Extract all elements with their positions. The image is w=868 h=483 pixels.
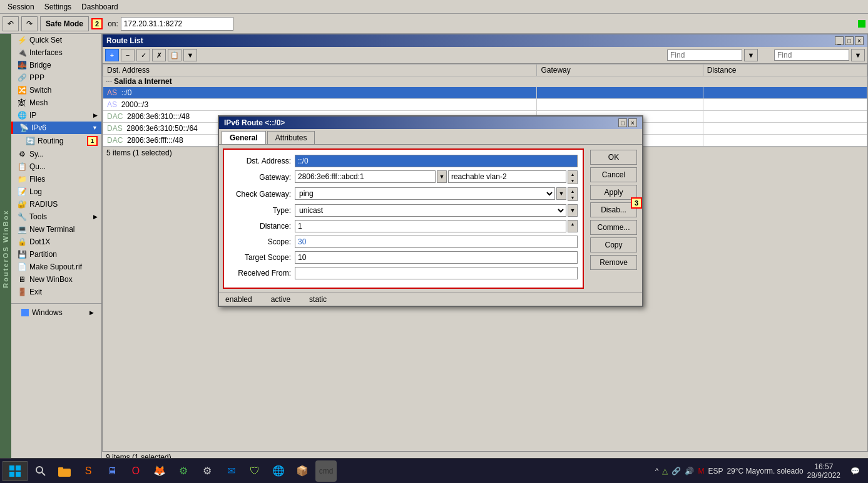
sublime-taskbar-btn[interactable]: S — [78, 460, 99, 482]
forward-btn[interactable]: ↷ — [21, 16, 38, 31]
route-list-maximize[interactable]: □ — [845, 36, 854, 45]
safe-mode-btn[interactable]: Safe Mode — [40, 16, 89, 31]
table-row[interactable]: AS 2000::/3 — [103, 99, 867, 111]
explorer-taskbar-btn[interactable] — [54, 460, 75, 482]
find-dropdown[interactable]: ▼ — [744, 49, 758, 61]
remove-route-btn[interactable]: − — [121, 49, 135, 61]
sidebar-item-ip[interactable]: 🌐 IP ▶ — [11, 109, 101, 122]
sidebar-item-routing[interactable]: 🔄 Routing 1 — [11, 134, 101, 148]
check-gateway-spinner[interactable]: ▲ ▼ — [568, 187, 578, 201]
sidebar-item-dot1x[interactable]: 🔒 Dot1X — [11, 236, 101, 248]
start-button[interactable] — [3, 461, 28, 481]
tab-general[interactable]: General — [222, 131, 266, 144]
chrome2-taskbar-btn[interactable]: 🌐 — [268, 460, 289, 482]
scope-input[interactable] — [295, 236, 578, 248]
sidebar-item-exit[interactable]: 🚪 Exit — [11, 286, 101, 298]
address-input[interactable] — [121, 17, 233, 31]
sidebar-item-tools[interactable]: 🔧 Tools ▶ — [11, 210, 101, 223]
col-dst-address: Dst. Address — [103, 65, 537, 76]
chrome-taskbar-btn[interactable]: ⚙ — [173, 460, 194, 482]
remove-btn[interactable]: Remove — [590, 255, 637, 270]
check-gateway-spinner-down[interactable]: ▼ — [568, 194, 577, 200]
back-btn[interactable]: ↶ — [3, 16, 19, 31]
sidebar-label-queues: Qu... — [29, 162, 98, 171]
sidebar-item-new-terminal[interactable]: 💻 New Terminal — [11, 223, 101, 236]
sidebar-item-new-winbox[interactable]: 🖥 New WinBox — [11, 273, 101, 286]
check-gateway-dropdown[interactable]: ▼ — [556, 187, 566, 200]
filter-route-btn[interactable]: ▼ — [183, 49, 197, 61]
firefox-taskbar-btn[interactable]: 🦊 — [149, 460, 170, 482]
gateway-iface-input[interactable] — [448, 170, 566, 183]
sidebar-item-windows[interactable]: Windows ▶ — [15, 306, 98, 319]
copy-btn[interactable]: Copy — [590, 237, 637, 252]
dialog-close[interactable]: × — [628, 118, 637, 127]
sidebar-item-bridge[interactable]: 🌉 Bridge — [11, 59, 101, 71]
files-icon: 📁 — [18, 175, 26, 184]
cancel-btn[interactable]: Cancel — [590, 167, 637, 182]
mail-taskbar-btn[interactable]: ✉ — [220, 460, 242, 482]
unknown1-taskbar-btn[interactable]: 🖥 — [101, 460, 123, 482]
opera-taskbar-btn[interactable]: O — [125, 460, 146, 482]
received-from-input[interactable] — [295, 267, 578, 279]
check-gateway-select[interactable]: ping arp none — [295, 187, 555, 200]
terminal-taskbar-btn[interactable]: cmd — [315, 460, 337, 482]
distance-spinner-up[interactable]: ▲ — [568, 221, 577, 227]
sidebar-item-make-supout[interactable]: 📄 Make Supout.rif — [11, 261, 101, 273]
enable-route-btn[interactable]: ✓ — [136, 49, 150, 61]
vpn-taskbar-btn[interactable]: 🛡 — [244, 460, 265, 482]
menu-settings[interactable]: Settings — [39, 1, 76, 13]
sidebar-item-files[interactable]: 📁 Files — [11, 173, 101, 185]
sidebar-item-mesh[interactable]: 🕸 Mesh — [11, 96, 101, 109]
sidebar-item-ppp[interactable]: 🔗 PPP — [11, 71, 101, 84]
label-2: 2 — [91, 18, 103, 29]
route-list-close[interactable]: × — [855, 36, 864, 45]
notifications-btn[interactable]: 💬 — [844, 460, 865, 482]
settings-taskbar-btn[interactable]: ⚙ — [197, 460, 218, 482]
sidebar-item-interfaces[interactable]: 🔌 Interfaces — [11, 46, 101, 59]
dst-address-input[interactable] — [295, 155, 578, 167]
gateway-input[interactable] — [295, 170, 436, 183]
sidebar-item-queues[interactable]: 📋 Qu... — [11, 160, 101, 173]
winbox-taskbar-btn[interactable]: 📦 — [292, 460, 313, 482]
disable-route-btn[interactable]: ✗ — [152, 49, 166, 61]
interfaces-icon: 🔌 — [18, 48, 26, 57]
comment-btn[interactable]: Comme... — [590, 220, 637, 235]
sidebar-item-ipv6[interactable]: 📡 IPv6 ▼ — [11, 122, 101, 134]
gateway-spinner[interactable]: ▲ ▼ — [568, 170, 578, 184]
gateway-dropdown-btn[interactable]: ▼ — [437, 170, 447, 183]
check-gateway-row: Check Gateway: ping arp none ▼ ▲ ▼ — [229, 187, 578, 201]
tab-attributes[interactable]: Attributes — [267, 131, 315, 144]
gateway-spinner-down[interactable]: ▼ — [568, 177, 577, 184]
check-gateway-spinner-up[interactable]: ▲ — [568, 188, 577, 194]
target-scope-row: Target Scope: — [229, 251, 578, 264]
sidebar-item-radius[interactable]: 🔐 RADIUS — [11, 198, 101, 210]
distance-spinner[interactable]: ▲ — [568, 220, 578, 232]
gateway-spinner-up[interactable]: ▲ — [568, 171, 577, 177]
distance-input[interactable] — [295, 220, 566, 232]
sidebar-item-log[interactable]: 📝 Log — [11, 185, 101, 198]
disable-btn[interactable]: Disab... — [590, 202, 637, 217]
search-taskbar-btn[interactable] — [30, 460, 51, 482]
find-input[interactable] — [667, 49, 742, 61]
find-input-2[interactable] — [774, 49, 849, 61]
dialog-restore[interactable]: □ — [618, 118, 627, 127]
copy-route-btn[interactable]: 📋 — [168, 49, 181, 61]
type-select[interactable]: unicast blackhole prohibit unreachable — [295, 204, 566, 217]
menu-session[interactable]: Session — [3, 1, 39, 13]
ok-btn[interactable]: OK — [590, 150, 637, 165]
sidebar-item-system[interactable]: ⚙ Sy... — [11, 148, 101, 160]
quick-set-icon: ⚡ — [18, 36, 26, 44]
find-dropdown-2[interactable]: ▼ — [851, 49, 865, 61]
row-gateway — [537, 87, 703, 99]
target-scope-input[interactable] — [295, 251, 578, 264]
add-route-btn[interactable]: + — [105, 49, 119, 61]
table-row[interactable]: AS ::/0 — [103, 87, 867, 99]
menu-dashboard[interactable]: Dashboard — [76, 1, 123, 13]
sidebar-item-partition[interactable]: 💾 Partition — [11, 248, 101, 261]
route-list-minimize[interactable]: _ — [835, 36, 844, 45]
label-3: 3 — [631, 197, 642, 209]
sidebar-item-quick-set[interactable]: ⚡ Quick Set — [11, 34, 101, 46]
sidebar-item-switch[interactable]: 🔀 Switch — [11, 84, 101, 96]
apply-btn[interactable]: Apply — [590, 185, 637, 200]
type-dropdown[interactable]: ▼ — [568, 204, 578, 217]
